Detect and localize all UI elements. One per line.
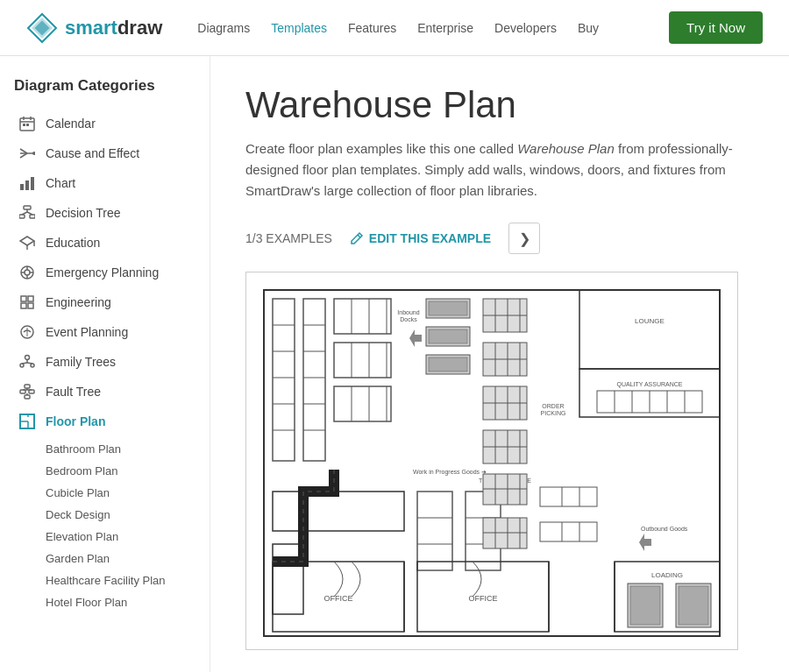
sidebar-item-education[interactable]: Education [14, 228, 195, 258]
event-label: Event Planning [46, 325, 128, 339]
edit-example-link[interactable]: EDIT THIS EXAMPLE [350, 231, 491, 245]
sub-item-hotel[interactable]: Hotel Floor Plan [42, 591, 195, 613]
svg-rect-47 [25, 385, 30, 388]
svg-rect-15 [25, 180, 29, 190]
svg-text:LOADING: LOADING [651, 571, 683, 579]
svg-text:OFFICE: OFFICE [324, 594, 353, 603]
main-nav: Diagrams Templates Features Enterprise D… [197, 21, 669, 35]
sub-item-bedroom[interactable]: Bedroom Plan [42, 460, 195, 482]
svg-rect-125 [273, 492, 404, 531]
example-bar: 1/3 EXAMPLES EDIT THIS EXAMPLE ❯ [245, 223, 754, 254]
nav-templates[interactable]: Templates [271, 21, 327, 35]
svg-text:Docks: Docks [400, 316, 417, 322]
nav-developers[interactable]: Developers [494, 21, 557, 35]
svg-rect-58 [273, 299, 295, 461]
svg-rect-35 [28, 303, 33, 308]
sidebar-item-decision-tree[interactable]: Decision Tree [14, 198, 195, 228]
svg-rect-34 [21, 303, 26, 308]
floor-plan-image: Inbound Docks [245, 272, 738, 650]
svg-text:Work in Progress Goods ➜: Work in Progress Goods ➜ [413, 469, 487, 476]
nav-features[interactable]: Features [348, 21, 396, 35]
svg-rect-70 [334, 299, 391, 334]
svg-text:QUALITY ASSURANCE: QUALITY ASSURANCE [617, 381, 683, 388]
svg-rect-143 [540, 487, 597, 506]
svg-line-42 [22, 363, 27, 364]
svg-text:Outbound Goods: Outbound Goods [641, 526, 688, 532]
sidebar: Diagram Categories Calendar Cause and Ef… [0, 56, 210, 672]
svg-rect-78 [334, 386, 391, 421]
sidebar-item-event-planning[interactable]: Event Planning [14, 317, 195, 347]
sidebar-item-cause-effect[interactable]: Cause and Effect [14, 138, 195, 168]
logo[interactable]: smartdraw [26, 12, 162, 44]
sub-item-bathroom[interactable]: Bathroom Plan [42, 438, 195, 460]
sidebar-item-engineering[interactable]: Engineering [14, 287, 195, 317]
svg-marker-23 [20, 237, 34, 245]
sidebar-item-calendar[interactable]: Calendar [14, 109, 195, 138]
sidebar-item-floor-plan[interactable]: Floor Plan [14, 407, 195, 436]
italic-title: Warehouse Plan [517, 141, 615, 156]
svg-rect-17 [24, 206, 31, 209]
svg-rect-21 [19, 215, 25, 218]
page-layout: Diagram Categories Calendar Cause and Ef… [0, 56, 789, 672]
sidebar-item-chart[interactable]: Chart [14, 168, 195, 198]
sub-item-healthcare[interactable]: Healthcare Facility Plan [42, 569, 195, 591]
try-button[interactable]: Try it Now [669, 11, 763, 44]
education-icon [18, 233, 37, 252]
svg-rect-127 [417, 492, 452, 570]
svg-text:ORDER: ORDER [542, 403, 564, 409]
family-icon [18, 352, 37, 371]
svg-rect-14 [20, 184, 24, 190]
svg-marker-150 [639, 534, 651, 551]
floor-plan-label: Floor Plan [46, 414, 105, 428]
svg-rect-64 [303, 299, 325, 461]
example-count: 1/3 EXAMPLES [245, 231, 332, 245]
svg-rect-89 [429, 357, 467, 371]
svg-rect-22 [30, 215, 35, 218]
nav-diagrams[interactable]: Diagrams [197, 21, 250, 35]
svg-rect-146 [540, 522, 597, 541]
fault-icon [18, 382, 37, 401]
emergency-label: Emergency Planning [46, 265, 159, 279]
floor-plan-subitems: Bathroom Plan Bedroom Plan Cubicle Plan … [14, 438, 195, 613]
svg-rect-16 [31, 177, 34, 190]
next-example-button[interactable]: ❯ [508, 223, 540, 254]
calendar-label: Calendar [46, 117, 96, 131]
svg-marker-90 [409, 329, 422, 347]
fault-label: Fault Tree [46, 385, 101, 399]
calendar-icon [18, 114, 37, 133]
family-label: Family Trees [46, 355, 116, 369]
sub-item-garden[interactable]: Garden Plan [42, 548, 195, 569]
svg-text:PICKING: PICKING [541, 410, 566, 416]
svg-point-39 [20, 364, 24, 367]
sidebar-item-fault-tree[interactable]: Fault Tree [14, 377, 195, 407]
nav-buy[interactable]: Buy [578, 21, 599, 35]
svg-rect-154 [630, 586, 660, 625]
nav-enterprise[interactable]: Enterprise [417, 21, 473, 35]
sub-item-elevation[interactable]: Elevation Plan [42, 526, 195, 548]
svg-rect-8 [26, 124, 29, 126]
sidebar-title: Diagram Categories [14, 77, 195, 95]
sidebar-item-family-trees[interactable]: Family Trees [14, 347, 195, 377]
svg-line-43 [27, 363, 32, 364]
svg-point-40 [31, 364, 34, 367]
logo-icon [26, 12, 58, 44]
engineering-label: Engineering [46, 295, 111, 309]
svg-text:LOUNGE: LOUNGE [635, 317, 665, 325]
sub-item-cubicle[interactable]: Cubicle Plan [42, 482, 195, 504]
main-content: Warehouse Plan Create floor plan example… [210, 56, 789, 672]
svg-text:Inbound: Inbound [397, 309, 419, 315]
svg-point-13 [32, 152, 35, 155]
svg-rect-44 [25, 395, 30, 399]
logo-text: smartdraw [65, 17, 162, 39]
edit-icon [350, 231, 364, 245]
page-title: Warehouse Plan [245, 84, 754, 126]
sub-item-deck[interactable]: Deck Design [42, 504, 195, 526]
svg-point-38 [25, 356, 30, 360]
emergency-icon [18, 263, 37, 282]
sidebar-item-emergency[interactable]: Emergency Planning [14, 258, 195, 287]
floor-plan-icon [18, 412, 37, 431]
svg-text:OFFICE: OFFICE [469, 594, 498, 603]
cause-effect-label: Cause and Effect [46, 146, 139, 160]
page-description: Create floor plan examples like this one… [245, 138, 736, 202]
svg-point-27 [25, 270, 30, 275]
